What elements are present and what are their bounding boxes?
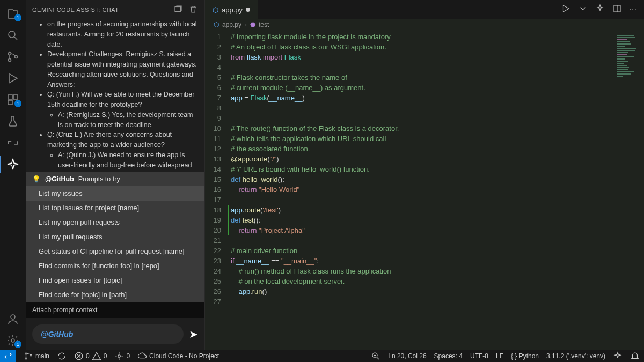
lightbulb-icon: 💡 <box>32 175 41 183</box>
run-icon[interactable] <box>561 4 570 16</box>
panel-title: GEMINI CODE ASSIST: CHAT <box>32 6 119 13</box>
account-icon[interactable] <box>6 313 19 326</box>
chat-input[interactable]: @GitHub <box>32 324 184 344</box>
chat-messages: on the progress of securing partnerships… <box>26 19 204 172</box>
send-button[interactable]: ➤ <box>189 328 198 341</box>
cloud-code-status[interactable]: Cloud Code - No Project <box>137 351 219 361</box>
symbol-function-icon: ⬣ <box>250 21 255 28</box>
prompts-label: Prompts to try <box>78 175 120 183</box>
chat-bullet: Development Challenges: Remigiusz S. rai… <box>47 49 198 90</box>
chat-bullet: Q: (Yuri F.) Will we be able to meet the… <box>47 90 198 130</box>
breadcrumb-file: app.py <box>222 21 241 28</box>
prompt-item[interactable]: List my pull requests <box>26 230 204 244</box>
svg-point-1 <box>9 53 11 55</box>
minimap[interactable] <box>614 31 644 350</box>
chat-side-panel: GEMINI CODE ASSIST: CHAT on the progress… <box>26 0 205 350</box>
line-gutter: 1234567891011121314151617181920212223242… <box>205 31 228 350</box>
tab-bar: ⬡ app.py ··· <box>205 0 644 19</box>
svg-rect-6 <box>8 100 12 105</box>
eol[interactable]: LF <box>496 352 503 360</box>
chevron-down-icon[interactable] <box>578 4 588 16</box>
prompts-header: 💡 @GitHub Prompts to try <box>26 172 204 186</box>
svg-point-0 <box>9 31 15 38</box>
github-mention: @GitHub <box>45 175 74 183</box>
activity-bar: 1 1 1 <box>0 0 26 350</box>
indentation[interactable]: Spaces: 4 <box>434 352 463 360</box>
panel-title-bar: GEMINI CODE ASSIST: CHAT <box>26 0 204 19</box>
extensions-icon[interactable]: 1 <box>6 93 19 106</box>
svg-point-3 <box>15 56 18 58</box>
explorer-icon[interactable]: 1 <box>6 8 19 20</box>
editor-area: ⬡ app.py ··· ⬡ app.py › ⬣ test 123456789… <box>205 0 644 350</box>
chat-answer: A: (Quinn J.) We need to ensure the app … <box>58 150 198 172</box>
gemini-icon[interactable] <box>6 158 19 171</box>
testing-icon[interactable] <box>6 115 19 128</box>
svg-rect-4 <box>8 95 12 99</box>
attach-context-button[interactable]: Attach prompt context <box>26 302 204 318</box>
search-icon[interactable] <box>6 29 19 42</box>
prompt-item[interactable]: Find open issues for [topic] <box>26 273 204 287</box>
chevron-right-icon: › <box>245 21 247 28</box>
python-file-icon: ⬡ <box>213 6 218 14</box>
prompt-item[interactable]: List top issues for project [name] <box>26 201 204 215</box>
chat-bullet: Q: (Cruz L.) Are there any concerns abou… <box>47 130 198 172</box>
language-mode[interactable]: { } Python <box>511 352 539 360</box>
prompt-item[interactable]: Get status of CI pipeline for pull reque… <box>26 244 204 258</box>
prompt-item[interactable]: List my issues <box>26 186 204 201</box>
problems[interactable]: 0 0 <box>74 351 107 361</box>
encoding[interactable]: UTF-8 <box>470 352 488 360</box>
svg-rect-9 <box>175 7 181 12</box>
source-control-icon[interactable] <box>6 50 19 63</box>
status-bar: main 0 0 0 Cloud Code - No Project Ln 20… <box>0 350 644 362</box>
chat-input-row: @GitHub ➤ <box>26 318 204 350</box>
svg-point-11 <box>25 353 27 354</box>
prompt-list: List my issuesList top issues for projec… <box>26 186 204 302</box>
tab-filename: app.py <box>222 6 243 14</box>
chat-answer: A: (Remigiusz S.) Yes, the development t… <box>58 110 198 130</box>
prompt-item[interactable]: List my open pull requests <box>26 215 204 230</box>
chat-bullet: on the progress of securing partnerships… <box>47 19 198 49</box>
code-content[interactable]: # Importing flask module in the project … <box>228 31 644 350</box>
git-branch[interactable]: main <box>24 351 49 361</box>
new-window-icon[interactable] <box>173 4 183 15</box>
ports[interactable]: 0 <box>114 351 130 361</box>
cursor-position[interactable]: Ln 20, Col 26 <box>388 352 426 360</box>
unsaved-dot-icon <box>246 8 250 12</box>
code-area[interactable]: 1234567891011121314151617181920212223242… <box>205 31 644 350</box>
svg-rect-5 <box>13 95 18 99</box>
tab-app-py[interactable]: ⬡ app.py <box>205 0 258 19</box>
breadcrumb-symbol: test <box>259 21 269 28</box>
svg-point-15 <box>118 355 121 358</box>
trash-icon[interactable] <box>188 4 198 15</box>
sparkle-icon[interactable] <box>595 4 605 16</box>
prompt-item[interactable]: Find code for [topic] in [path] <box>26 287 204 302</box>
notifications-icon[interactable] <box>630 351 640 361</box>
breadcrumb[interactable]: ⬡ app.py › ⬣ test <box>205 19 644 31</box>
more-icon[interactable]: ··· <box>630 5 636 14</box>
svg-point-8 <box>11 339 14 342</box>
svg-point-2 <box>9 59 11 62</box>
svg-point-12 <box>25 358 27 359</box>
settings-gear-icon[interactable]: 1 <box>6 334 19 347</box>
zoom-icon[interactable] <box>371 351 380 361</box>
cloud-code-icon[interactable] <box>6 136 19 149</box>
prompt-item[interactable]: Find commits for [function foo] in [repo… <box>26 258 204 273</box>
svg-point-7 <box>11 315 15 319</box>
sync-status[interactable] <box>57 351 67 361</box>
python-interpreter[interactable]: 3.11.2 ('.venv': venv) <box>546 352 605 360</box>
python-file-icon: ⬡ <box>214 21 219 28</box>
remote-indicator[interactable] <box>0 350 16 362</box>
sparkle-status-icon[interactable] <box>613 351 623 361</box>
run-debug-icon[interactable] <box>6 72 19 85</box>
split-editor-icon[interactable] <box>612 4 622 16</box>
